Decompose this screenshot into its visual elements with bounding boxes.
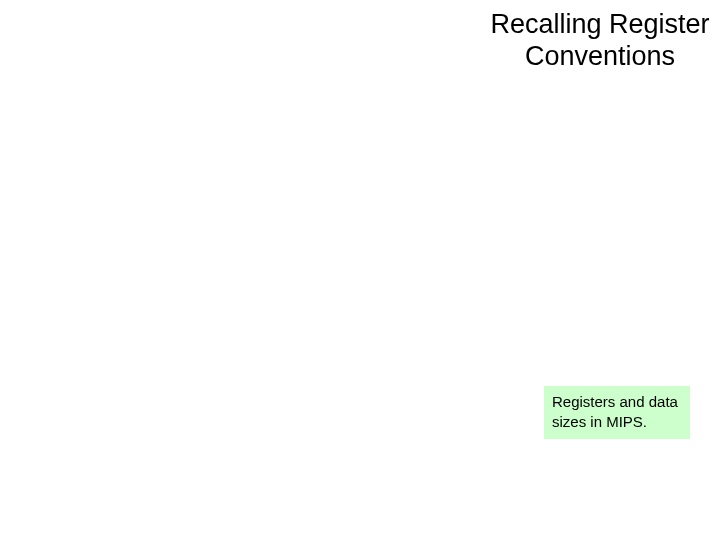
slide-title: Recalling Register Conventions (490, 8, 710, 73)
slide: Recalling Register Conventions Registers… (0, 0, 720, 540)
caption-box: Registers and data sizes in MIPS. (544, 386, 690, 439)
